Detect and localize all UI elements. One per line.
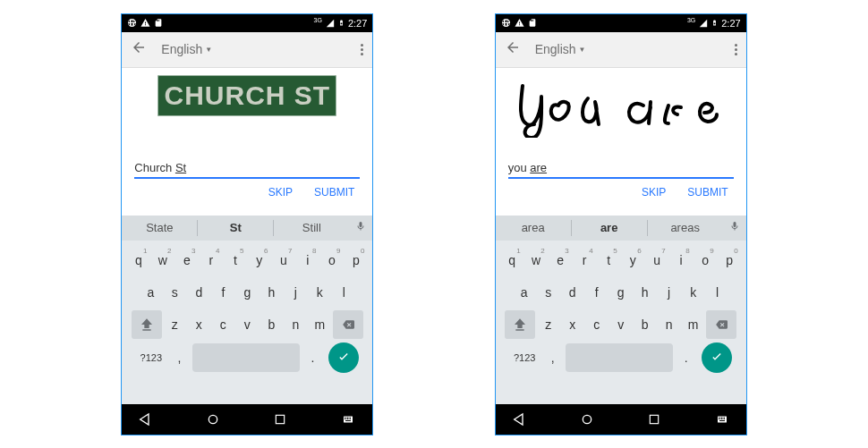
skip-button[interactable]: SKIP xyxy=(268,186,293,199)
key-h[interactable]: h xyxy=(634,278,656,307)
nav-keyboard-icon[interactable] xyxy=(714,414,730,425)
key-d[interactable]: d xyxy=(188,278,210,307)
key-g[interactable]: g xyxy=(236,278,259,307)
language-dropdown[interactable]: English ▼ xyxy=(535,42,586,56)
text-input[interactable]: you are xyxy=(508,161,734,179)
nav-home-icon[interactable] xyxy=(580,412,594,427)
key-k[interactable]: k xyxy=(309,278,331,307)
key-x[interactable]: x xyxy=(188,310,210,339)
space-key[interactable] xyxy=(192,343,300,372)
submit-button[interactable]: SUBMIT xyxy=(687,186,728,199)
keyboard-suggestion-bar: area are areas xyxy=(496,216,746,241)
key-c[interactable]: c xyxy=(212,310,234,339)
key-p[interactable]: 0p xyxy=(345,246,367,275)
backspace-key[interactable] xyxy=(706,310,736,339)
comma-key[interactable]: , xyxy=(541,343,564,372)
submit-button[interactable]: SUBMIT xyxy=(314,186,354,199)
key-t[interactable]: 5t xyxy=(224,246,246,275)
key-m[interactable]: m xyxy=(309,310,331,339)
nav-home-icon[interactable] xyxy=(206,412,220,427)
period-key[interactable]: . xyxy=(302,343,324,372)
key-l[interactable]: l xyxy=(333,278,355,307)
enter-key[interactable] xyxy=(328,342,359,373)
key-a[interactable]: a xyxy=(140,278,162,307)
key-row-1: 1q2w3e4r5t6y7u8i9o0p xyxy=(496,244,746,276)
key-y[interactable]: 6y xyxy=(622,246,644,275)
nav-recent-icon[interactable] xyxy=(274,413,286,426)
text-input[interactable]: Church St xyxy=(134,161,360,179)
key-r[interactable]: 4r xyxy=(574,246,596,275)
key-k[interactable]: k xyxy=(682,278,704,307)
backspace-key[interactable] xyxy=(333,310,363,339)
key-d[interactable]: d xyxy=(561,278,583,307)
key-v[interactable]: v xyxy=(609,310,632,339)
overflow-menu-button[interactable] xyxy=(361,44,363,55)
enter-key[interactable] xyxy=(702,342,732,373)
key-j[interactable]: j xyxy=(658,278,680,307)
key-o[interactable]: 9o xyxy=(694,246,717,275)
comma-key[interactable]: , xyxy=(168,343,191,372)
mic-button[interactable] xyxy=(723,219,746,236)
key-b[interactable]: b xyxy=(634,310,656,339)
key-n[interactable]: n xyxy=(658,310,680,339)
key-s[interactable]: s xyxy=(537,278,559,307)
key-x[interactable]: x xyxy=(561,310,583,339)
key-m[interactable]: m xyxy=(682,310,704,339)
symbols-key[interactable]: ?123 xyxy=(136,343,166,372)
status-bar: 3G 2:27 xyxy=(496,14,746,32)
suggestion-left[interactable]: area xyxy=(496,221,571,234)
network-label: 3G xyxy=(314,17,322,23)
shift-key[interactable] xyxy=(505,310,535,339)
key-v[interactable]: v xyxy=(236,310,259,339)
key-q[interactable]: 1q xyxy=(501,246,523,275)
key-f[interactable]: f xyxy=(212,278,234,307)
key-e[interactable]: 3e xyxy=(549,246,572,275)
nav-back-icon[interactable] xyxy=(512,412,526,427)
suggestion-left[interactable]: State xyxy=(122,221,197,234)
back-button[interactable] xyxy=(131,39,147,59)
key-n[interactable]: n xyxy=(285,310,307,339)
key-z[interactable]: z xyxy=(164,310,186,339)
key-l[interactable]: l xyxy=(706,278,728,307)
key-o[interactable]: 9o xyxy=(320,246,343,275)
key-w[interactable]: 2w xyxy=(525,246,548,275)
key-j[interactable]: j xyxy=(285,278,307,307)
key-s[interactable]: s xyxy=(164,278,186,307)
key-a[interactable]: a xyxy=(513,278,535,307)
symbols-key[interactable]: ?123 xyxy=(509,343,540,372)
key-z[interactable]: z xyxy=(537,310,559,339)
suggestion-right[interactable]: areas xyxy=(648,221,723,234)
key-f[interactable]: f xyxy=(585,278,608,307)
key-u[interactable]: 7u xyxy=(646,246,668,275)
key-w[interactable]: 2w xyxy=(151,246,174,275)
nav-recent-icon[interactable] xyxy=(648,413,660,426)
nav-keyboard-icon[interactable] xyxy=(340,414,356,425)
overflow-menu-button[interactable] xyxy=(735,44,737,55)
skip-button[interactable]: SKIP xyxy=(642,186,666,199)
signal-icon xyxy=(699,19,708,28)
key-r[interactable]: 4r xyxy=(200,246,222,275)
suggestion-right[interactable]: Still xyxy=(274,221,349,234)
space-key[interactable] xyxy=(566,343,673,372)
shift-key[interactable] xyxy=(132,310,162,339)
key-p[interactable]: 0p xyxy=(719,246,741,275)
key-h[interactable]: h xyxy=(260,278,283,307)
key-i[interactable]: 8i xyxy=(296,246,319,275)
svg-rect-20 xyxy=(722,417,723,418)
period-key[interactable]: . xyxy=(675,343,697,372)
key-g[interactable]: g xyxy=(609,278,632,307)
language-dropdown[interactable]: English ▼ xyxy=(161,42,212,56)
back-button[interactable] xyxy=(505,39,521,59)
key-b[interactable]: b xyxy=(260,310,283,339)
nav-back-icon[interactable] xyxy=(138,412,152,427)
key-i[interactable]: 8i xyxy=(670,246,693,275)
suggestion-center[interactable]: St xyxy=(198,221,273,234)
key-e[interactable]: 3e xyxy=(175,246,198,275)
key-t[interactable]: 5t xyxy=(598,246,620,275)
mic-button[interactable] xyxy=(349,219,372,236)
key-q[interactable]: 1q xyxy=(127,246,149,275)
key-c[interactable]: c xyxy=(585,310,608,339)
key-u[interactable]: 7u xyxy=(272,246,294,275)
key-y[interactable]: 6y xyxy=(248,246,270,275)
suggestion-center[interactable]: are xyxy=(572,221,647,234)
